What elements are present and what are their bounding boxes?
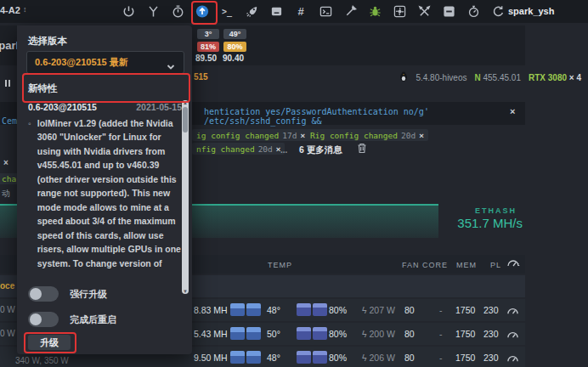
hidden-badge-close-fragment: × [3, 158, 8, 167]
gpu-model: RTX 3080 × 4 [529, 73, 581, 82]
hash-icon[interactable]: # [294, 5, 308, 19]
oc-pl: 230 [483, 353, 499, 363]
total-hashrate: 351.7 MH/s [457, 216, 523, 230]
bolt-icon: ϟ [362, 305, 367, 315]
miner-name-fragment: oce [0, 281, 14, 291]
upgrade-button[interactable]: 升级 [28, 335, 71, 350]
restart-after-toggle[interactable] [28, 312, 59, 327]
oc-fan: 80 [404, 305, 415, 315]
gpu-hashrate-value: 89.50 [195, 54, 217, 63]
archive-icon[interactable] [269, 5, 283, 19]
refresh-icon[interactable] [491, 5, 505, 19]
release-notes: 0.6-203@210515 2021-05-15 ◦ lolMiner v1.… [28, 100, 182, 272]
col-mem: MEM [456, 261, 477, 269]
oc-fan: 80 [404, 353, 415, 363]
fan-icon[interactable] [393, 5, 406, 19]
power-icon[interactable] [122, 5, 135, 19]
gpu-fan-pct: 80% [329, 353, 347, 363]
notes-scrollbar[interactable]: ▲ ▼ [182, 100, 189, 294]
app-window: 3° 49° 81% 80% 89.50 90.40 515 5.4.80-hi… [0, 0, 588, 367]
terminal-icon[interactable] [319, 5, 332, 19]
worker-name-label[interactable]: spark_ysh [508, 6, 554, 16]
gpu-power: ϟ 206 W [362, 353, 395, 363]
command-line2-fragment: Cem [2, 116, 17, 126]
rig-config-badge: ig config changed 17d × [192, 129, 309, 141]
upgrade-icon[interactable] [195, 5, 209, 19]
close-icon[interactable]: × [419, 131, 424, 140]
force-upgrade-toggle[interactable] [28, 286, 59, 302]
wrench-icon[interactable] [343, 5, 357, 19]
ellipsis: ... [280, 145, 287, 155]
oc-gauge-icon[interactable] [506, 352, 519, 367]
shell-icon[interactable]: >_ [220, 5, 234, 19]
gpu-temp: 50° [267, 329, 280, 339]
bolt-icon: ϟ [362, 353, 367, 363]
bullet-icon: ◦ [28, 116, 31, 273]
sort-icon[interactable]: ↕ [23, 5, 27, 14]
driver-version: N 455.45.01 [474, 73, 521, 82]
rig-config-badge: nfig changed 20d × [192, 143, 285, 155]
hidden-badge-fragment: cha [0, 173, 18, 184]
select-version-heading: 选择版本 [28, 35, 67, 48]
gpu-power-fragment: 0 W [0, 329, 15, 338]
oc-mem: 1750 [455, 305, 475, 315]
activity-label-fragment: 动 [2, 188, 10, 200]
restart-after-label: 完成后重启 [70, 313, 116, 326]
force-upgrade-row: 强行升级 [28, 286, 107, 302]
temp-history-bars [230, 303, 261, 316]
gpu-temp: 48° [267, 305, 280, 315]
fan-history-bars [297, 351, 327, 364]
oc-all-gauge-icon[interactable] [506, 257, 520, 273]
gpu-hashrate: 9.50 MH [194, 353, 228, 363]
gpu-temp-chip: 3° [197, 29, 219, 39]
col-pl: PL [490, 261, 501, 269]
oc-gauge-icon[interactable] [506, 328, 519, 343]
collapse-icon[interactable] [442, 5, 455, 19]
oc-mem: 1750 [455, 353, 475, 363]
close-icon[interactable]: × [300, 131, 305, 140]
gpu-hashrate-value: 90.40 [223, 54, 244, 63]
farm-selector[interactable]: 4-A2 [0, 5, 20, 15]
more-messages-link[interactable]: 6 更多消息 [299, 144, 342, 156]
oc-core: - [439, 305, 443, 315]
fan-history-bars [297, 303, 327, 316]
col-core: CORE [422, 261, 448, 269]
rocket-icon[interactable] [245, 5, 258, 19]
version-dropdown[interactable]: 0.6-203@210515 最新 [26, 51, 184, 74]
scroll-up-icon[interactable]: ▲ [182, 100, 189, 105]
toolbar-icons: >_ # [122, 0, 505, 23]
restart-after-row: 完成后重启 [28, 312, 116, 327]
scrollbar-thumb[interactable] [183, 107, 188, 133]
col-fan: FAN [402, 261, 420, 269]
trash-icon[interactable] [357, 142, 367, 157]
oc-gauge-icon[interactable] [506, 304, 519, 319]
gpu-hashrate: 5.43 MH [194, 329, 228, 339]
temp-history-bars [230, 351, 261, 364]
tools-icon[interactable] [417, 5, 431, 19]
new-features-heading: 新特性 [28, 82, 58, 95]
command-text: hentication yes/PasswordAuthentication n… [204, 107, 525, 126]
stopwatch-icon[interactable] [466, 5, 480, 19]
oc-mem: 1750 [455, 329, 475, 339]
gpu-power: ϟ 207 W [362, 305, 395, 315]
col-temp: TEMP [268, 261, 292, 269]
rig-config-badge: Rig config changed 20d × [306, 129, 428, 141]
gpu-fan-chip: 80% [223, 42, 246, 52]
upgrade-popup: 选择版本 0.6-203@210515 最新 新特性 0.6-203@21051… [17, 25, 192, 354]
gpu-power: ϟ 200 W [362, 329, 395, 339]
system-info-line: 5.4.80-hiveos N 455.45.01 RTX 3080 × 4 [399, 71, 581, 83]
close-icon[interactable]: × [510, 106, 515, 116]
release-date: 2021-05-15 [136, 100, 182, 115]
bolt-icon: ϟ [362, 329, 367, 339]
gpu-temp: 48° [267, 353, 280, 363]
splitter-icon[interactable] [146, 5, 160, 19]
release-version: 0.6-203@210515 [28, 100, 97, 115]
timer-icon[interactable] [171, 5, 184, 19]
chevron-down-icon [167, 59, 175, 74]
gpu-fan-pct: 80% [329, 305, 347, 315]
bug-icon[interactable] [368, 5, 382, 19]
scroll-down-icon[interactable]: ▼ [182, 289, 189, 294]
gpu-power-limits-fragment: 340 W, 350 W [15, 356, 69, 365]
gpu-power-fragment: 0 W [0, 305, 15, 314]
gpu-fan-chip: 81% [197, 42, 219, 52]
